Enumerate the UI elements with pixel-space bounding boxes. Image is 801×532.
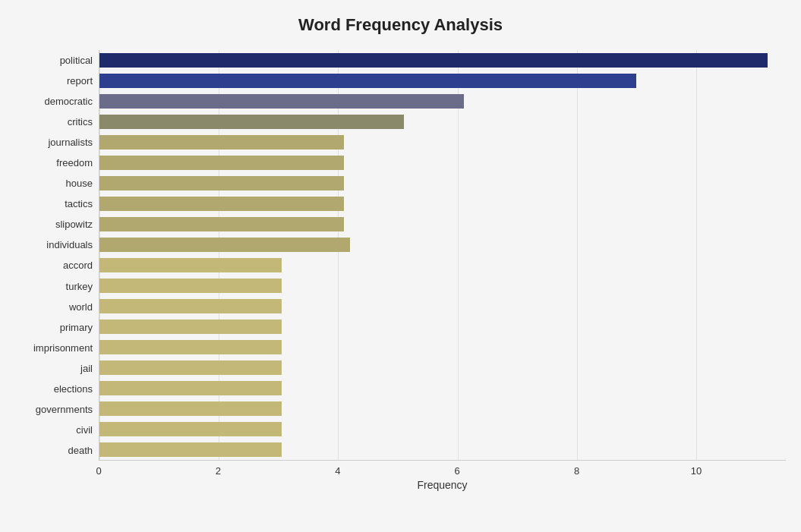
x-labels-row: 0246810 Frequency	[99, 461, 786, 491]
bar	[99, 115, 404, 128]
bar	[99, 381, 282, 395]
y-label: civil	[76, 425, 93, 435]
bar	[99, 401, 282, 415]
bar	[99, 156, 344, 169]
chart-container: Word Frequency Analysis politicalreportd…	[0, 0, 801, 532]
bar-row	[99, 112, 786, 132]
bar-row	[99, 173, 786, 194]
bar-row	[99, 296, 786, 316]
y-label: house	[66, 178, 93, 188]
y-label: slipowitz	[55, 219, 93, 229]
bar	[99, 197, 344, 210]
y-label: political	[60, 55, 93, 65]
x-tick: 8	[574, 465, 579, 477]
y-label: critics	[68, 117, 93, 127]
x-axis-label: Frequency	[99, 479, 786, 491]
bar-row	[99, 91, 786, 112]
bar	[99, 74, 636, 87]
x-tick: 0	[96, 465, 101, 477]
bars-wrapper	[99, 50, 786, 461]
bar	[99, 340, 282, 354]
y-label: democratic	[44, 96, 93, 106]
bar	[99, 135, 344, 149]
bar	[99, 217, 344, 231]
x-tick: 10	[691, 465, 702, 477]
y-label: tactics	[65, 199, 93, 209]
y-label: report	[67, 76, 93, 86]
bar	[99, 299, 282, 313]
y-label: governments	[36, 405, 93, 414]
bar-row	[99, 194, 786, 214]
y-label: individuals	[46, 240, 93, 250]
y-label: jail	[80, 364, 93, 373]
bar	[99, 258, 282, 272]
bar	[99, 176, 344, 190]
y-label: death	[68, 445, 93, 455]
bar-row	[99, 214, 786, 235]
y-label: world	[69, 302, 93, 312]
bar-row	[99, 419, 786, 439]
bar-row	[99, 255, 786, 275]
bar-row	[99, 439, 786, 460]
bar	[99, 442, 282, 456]
bar	[99, 422, 282, 436]
x-tick: 6	[455, 465, 460, 477]
bar-row	[99, 50, 786, 71]
bar-row	[99, 378, 786, 398]
x-axis: 0246810	[99, 461, 786, 476]
y-labels: politicalreportdemocraticcriticsjournali…	[15, 50, 99, 461]
x-tick: 4	[335, 465, 340, 477]
y-label: accord	[63, 260, 93, 270]
bar-row	[99, 275, 786, 296]
bar	[99, 320, 282, 333]
bar	[99, 238, 350, 251]
y-label: elections	[54, 384, 93, 394]
bar-row	[99, 153, 786, 173]
y-label: imprisonment	[33, 343, 93, 353]
plot-area	[99, 50, 786, 461]
bar-row	[99, 316, 786, 337]
bar-row	[99, 132, 786, 153]
bar-row	[99, 398, 786, 419]
bar	[99, 53, 768, 67]
y-label: freedom	[56, 158, 93, 168]
x-tick: 2	[216, 465, 221, 477]
bar-row	[99, 71, 786, 91]
bar-row	[99, 235, 786, 255]
bar	[99, 94, 464, 108]
bar-row	[99, 357, 786, 378]
y-label: primary	[60, 323, 93, 332]
bar-row	[99, 337, 786, 357]
y-label: turkey	[66, 282, 93, 291]
bar	[99, 279, 282, 292]
bar	[99, 360, 282, 374]
y-label: journalists	[48, 137, 93, 147]
chart-area: politicalreportdemocraticcriticsjournali…	[15, 50, 786, 461]
chart-title: Word Frequency Analysis	[15, 15, 786, 35]
